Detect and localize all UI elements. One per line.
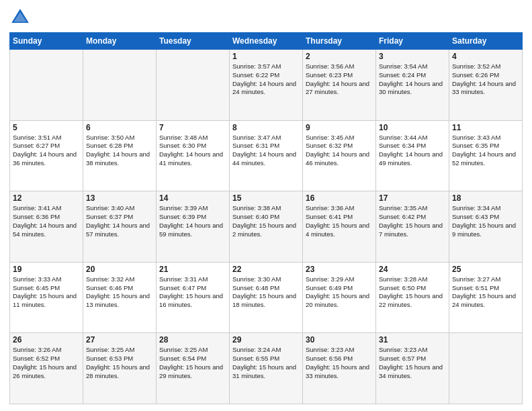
calendar-cell: 2Sunrise: 3:56 AM Sunset: 6:23 PM Daylig… [303,50,376,121]
day-info: Sunrise: 3:30 AM Sunset: 6:48 PM Dayligh… [232,275,300,310]
day-info: Sunrise: 3:27 AM Sunset: 6:51 PM Dayligh… [452,275,519,310]
logo-icon [9,7,31,28]
day-info: Sunrise: 3:36 AM Sunset: 6:41 PM Dayligh… [306,204,373,238]
day-info: Sunrise: 3:57 AM Sunset: 6:22 PM Dayligh… [232,62,300,97]
calendar-cell: 28Sunrise: 3:25 AM Sunset: 6:54 PM Dayli… [157,333,230,404]
day-info: Sunrise: 3:51 AM Sunset: 6:27 PM Dayligh… [13,134,80,168]
weekday-header-friday: Friday [376,33,449,50]
day-info: Sunrise: 3:38 AM Sunset: 6:40 PM Dayligh… [232,204,300,238]
day-info: Sunrise: 3:23 AM Sunset: 6:57 PM Dayligh… [379,346,446,380]
header [9,7,523,28]
day-number: 13 [86,193,153,203]
day-number: 12 [13,193,80,203]
calendar-header-row: SundayMondayTuesdayWednesdayThursdayFrid… [10,33,523,50]
calendar-cell: 12Sunrise: 3:41 AM Sunset: 6:36 PM Dayli… [10,191,83,263]
day-info: Sunrise: 3:32 AM Sunset: 6:46 PM Dayligh… [86,275,153,310]
day-number: 24 [379,265,446,274]
calendar-cell: 1Sunrise: 3:57 AM Sunset: 6:22 PM Daylig… [230,50,303,121]
day-number: 4 [452,52,519,61]
day-info: Sunrise: 3:45 AM Sunset: 6:32 PM Dayligh… [306,134,373,168]
day-info: Sunrise: 3:33 AM Sunset: 6:45 PM Dayligh… [13,275,80,310]
calendar-cell: 10Sunrise: 3:44 AM Sunset: 6:34 PM Dayli… [376,120,449,191]
day-number: 17 [379,193,446,203]
day-number: 14 [159,193,226,203]
day-number: 16 [306,193,373,203]
day-info: Sunrise: 3:40 AM Sunset: 6:37 PM Dayligh… [86,204,153,238]
day-info: Sunrise: 3:56 AM Sunset: 6:23 PM Dayligh… [306,62,373,97]
weekday-header-sunday: Sunday [10,33,83,50]
calendar-cell [449,333,523,404]
calendar-cell: 22Sunrise: 3:30 AM Sunset: 6:48 PM Dayli… [230,262,303,333]
page: SundayMondayTuesdayWednesdayThursdayFrid… [0,0,532,411]
day-number: 28 [159,335,226,345]
day-number: 3 [379,52,446,61]
day-number: 30 [306,335,373,345]
calendar-table: SundayMondayTuesdayWednesdayThursdayFrid… [9,32,523,404]
calendar-cell: 27Sunrise: 3:25 AM Sunset: 6:53 PM Dayli… [83,333,157,404]
calendar-cell: 8Sunrise: 3:47 AM Sunset: 6:31 PM Daylig… [230,120,303,191]
calendar-cell: 19Sunrise: 3:33 AM Sunset: 6:45 PM Dayli… [10,262,83,333]
day-info: Sunrise: 3:35 AM Sunset: 6:42 PM Dayligh… [379,204,446,238]
calendar-cell: 5Sunrise: 3:51 AM Sunset: 6:27 PM Daylig… [10,120,83,191]
day-number: 9 [306,123,373,132]
day-number: 8 [232,123,300,132]
calendar-cell: 20Sunrise: 3:32 AM Sunset: 6:46 PM Dayli… [83,262,157,333]
weekday-header-wednesday: Wednesday [230,33,303,50]
calendar-cell: 30Sunrise: 3:23 AM Sunset: 6:56 PM Dayli… [303,333,376,404]
calendar-cell: 15Sunrise: 3:38 AM Sunset: 6:40 PM Dayli… [230,191,303,263]
day-info: Sunrise: 3:39 AM Sunset: 6:39 PM Dayligh… [159,204,226,238]
calendar-row-1: 5Sunrise: 3:51 AM Sunset: 6:27 PM Daylig… [10,120,523,191]
day-info: Sunrise: 3:25 AM Sunset: 6:54 PM Dayligh… [159,346,226,380]
calendar-cell: 29Sunrise: 3:24 AM Sunset: 6:55 PM Dayli… [230,333,303,404]
calendar-cell: 11Sunrise: 3:43 AM Sunset: 6:35 PM Dayli… [449,120,523,191]
day-number: 20 [86,265,153,274]
day-info: Sunrise: 3:48 AM Sunset: 6:30 PM Dayligh… [159,134,226,168]
calendar-row-0: 1Sunrise: 3:57 AM Sunset: 6:22 PM Daylig… [10,50,523,121]
calendar-row-3: 19Sunrise: 3:33 AM Sunset: 6:45 PM Dayli… [10,262,523,333]
calendar-cell: 17Sunrise: 3:35 AM Sunset: 6:42 PM Dayli… [376,191,449,263]
day-number: 31 [379,335,446,345]
calendar-cell: 6Sunrise: 3:50 AM Sunset: 6:28 PM Daylig… [83,120,157,191]
day-info: Sunrise: 3:41 AM Sunset: 6:36 PM Dayligh… [13,204,80,238]
calendar-row-4: 26Sunrise: 3:26 AM Sunset: 6:52 PM Dayli… [10,333,523,404]
calendar-cell: 14Sunrise: 3:39 AM Sunset: 6:39 PM Dayli… [157,191,230,263]
day-number: 18 [452,193,519,203]
calendar-cell: 13Sunrise: 3:40 AM Sunset: 6:37 PM Dayli… [83,191,157,263]
weekday-header-monday: Monday [83,33,157,50]
calendar-cell: 16Sunrise: 3:36 AM Sunset: 6:41 PM Dayli… [303,191,376,263]
day-info: Sunrise: 3:43 AM Sunset: 6:35 PM Dayligh… [452,134,519,168]
calendar-cell: 24Sunrise: 3:28 AM Sunset: 6:50 PM Dayli… [376,262,449,333]
day-number: 23 [306,265,373,274]
day-info: Sunrise: 3:29 AM Sunset: 6:49 PM Dayligh… [306,275,373,310]
calendar-cell: 9Sunrise: 3:45 AM Sunset: 6:32 PM Daylig… [303,120,376,191]
day-info: Sunrise: 3:25 AM Sunset: 6:53 PM Dayligh… [86,346,153,380]
weekday-header-thursday: Thursday [303,33,376,50]
day-info: Sunrise: 3:31 AM Sunset: 6:47 PM Dayligh… [159,275,226,310]
calendar-cell: 23Sunrise: 3:29 AM Sunset: 6:49 PM Dayli… [303,262,376,333]
day-number: 11 [452,123,519,132]
calendar-cell: 18Sunrise: 3:34 AM Sunset: 6:43 PM Dayli… [449,191,523,263]
weekday-header-tuesday: Tuesday [157,33,230,50]
calendar-cell: 3Sunrise: 3:54 AM Sunset: 6:24 PM Daylig… [376,50,449,121]
day-info: Sunrise: 3:23 AM Sunset: 6:56 PM Dayligh… [306,346,373,380]
day-number: 21 [159,265,226,274]
day-number: 25 [452,265,519,274]
calendar-cell: 31Sunrise: 3:23 AM Sunset: 6:57 PM Dayli… [376,333,449,404]
day-info: Sunrise: 3:52 AM Sunset: 6:26 PM Dayligh… [452,62,519,97]
calendar-cell: 7Sunrise: 3:48 AM Sunset: 6:30 PM Daylig… [157,120,230,191]
day-info: Sunrise: 3:24 AM Sunset: 6:55 PM Dayligh… [232,346,300,380]
day-number: 5 [13,123,80,132]
logo [9,7,34,28]
day-info: Sunrise: 3:34 AM Sunset: 6:43 PM Dayligh… [452,204,519,238]
day-number: 29 [232,335,300,345]
weekday-header-saturday: Saturday [449,33,523,50]
day-number: 10 [379,123,446,132]
calendar-cell [83,50,157,121]
calendar-cell [157,50,230,121]
calendar-cell [10,50,83,121]
day-number: 1 [232,52,300,61]
day-info: Sunrise: 3:28 AM Sunset: 6:50 PM Dayligh… [379,275,446,310]
day-number: 19 [13,265,80,274]
day-number: 26 [13,335,80,345]
day-info: Sunrise: 3:54 AM Sunset: 6:24 PM Dayligh… [379,62,446,97]
